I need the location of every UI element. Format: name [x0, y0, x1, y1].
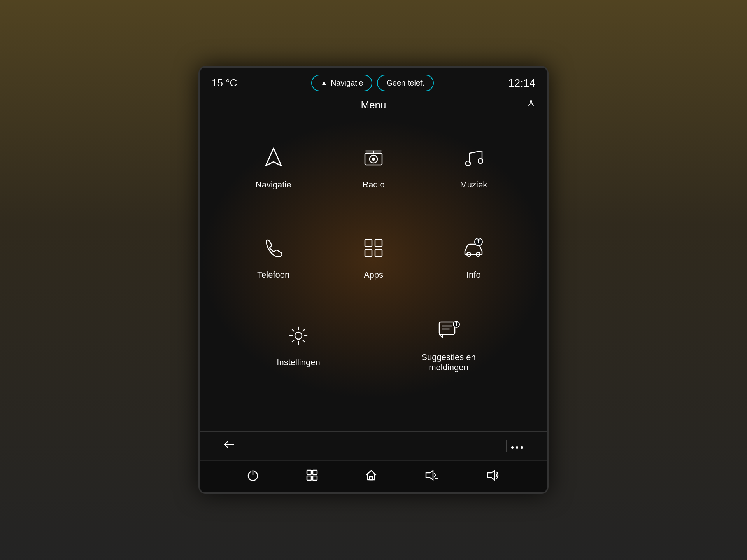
nav-button-label: Navigatie	[331, 79, 363, 88]
outer-container: 15 °C ▲ Navigatie Geen telef. 12:14 Menu	[0, 0, 747, 560]
apps-label: Apps	[364, 270, 383, 280]
info-label: Info	[466, 270, 481, 280]
svg-point-29	[511, 446, 514, 449]
svg-rect-36	[313, 476, 317, 480]
svg-point-10	[466, 161, 470, 166]
svg-marker-38	[426, 471, 433, 480]
menu-item-radio[interactable]: Radio	[323, 131, 423, 205]
svg-point-7	[372, 158, 375, 160]
menu-item-info[interactable]: Info	[424, 221, 524, 296]
info-icon	[462, 236, 485, 264]
divider-left	[239, 440, 239, 452]
menu-grid-row1: Navigatie Radio	[208, 123, 539, 213]
grid-button[interactable]	[302, 468, 323, 485]
svg-point-3	[530, 100, 532, 103]
main-content: Navigatie Radio	[200, 119, 547, 400]
volume-down-button[interactable]	[420, 468, 443, 485]
menu-title-row: Menu	[200, 96, 547, 119]
svg-marker-40	[487, 471, 494, 480]
instellingen-label: Instellingen	[277, 357, 320, 368]
more-button[interactable]	[507, 438, 528, 455]
menu-grid-row3: Instellingen	[208, 303, 539, 396]
suggesties-icon	[437, 319, 460, 346]
svg-rect-12	[365, 240, 372, 247]
muziek-icon	[462, 146, 485, 173]
nav-buttons-group: ▲ Navigatie Geen telef.	[311, 75, 434, 91]
antenna-icon	[527, 99, 535, 112]
svg-point-20	[478, 240, 479, 241]
svg-rect-15	[375, 250, 382, 257]
telefoon-label: Telefoon	[257, 270, 289, 280]
svg-point-31	[521, 446, 523, 449]
menu-item-apps[interactable]: Apps	[323, 221, 423, 296]
infotainment-screen: 15 °C ▲ Navigatie Geen telef. 12:14 Menu	[198, 66, 549, 494]
navigatie-icon	[262, 146, 285, 173]
navigation-button[interactable]: ▲ Navigatie	[311, 75, 372, 91]
hardware-buttons-row	[200, 460, 547, 492]
apps-icon	[362, 236, 385, 264]
bottom-controls-bar	[200, 431, 547, 460]
svg-rect-13	[375, 240, 382, 247]
phone-button[interactable]: Geen telef.	[377, 75, 434, 91]
menu-title: Menu	[361, 99, 386, 111]
svg-rect-35	[307, 476, 311, 480]
instellingen-icon	[287, 324, 310, 351]
phone-button-label: Geen telef.	[386, 79, 424, 88]
svg-point-30	[516, 446, 518, 449]
volume-up-button[interactable]	[481, 468, 505, 485]
menu-item-suggesties[interactable]: Suggesties en meldingen	[374, 303, 524, 388]
radio-icon	[362, 146, 385, 173]
svg-rect-33	[307, 470, 311, 474]
status-bar: 15 °C ▲ Navigatie Geen telef. 12:14	[200, 68, 547, 96]
back-button[interactable]	[219, 437, 239, 455]
menu-item-instellingen[interactable]: Instellingen	[223, 303, 374, 388]
menu-item-navigatie[interactable]: Navigatie	[223, 131, 323, 205]
menu-item-telefoon[interactable]: Telefoon	[223, 221, 323, 296]
temperature-display: 15 °C	[212, 77, 237, 89]
nav-arrow-icon: ▲	[321, 79, 328, 87]
power-button[interactable]	[242, 468, 263, 485]
svg-rect-37	[370, 477, 373, 480]
svg-point-11	[478, 159, 483, 163]
svg-rect-34	[313, 470, 317, 474]
home-button[interactable]	[361, 468, 382, 485]
menu-item-muziek[interactable]: Muziek	[424, 131, 524, 205]
svg-rect-14	[365, 250, 372, 257]
radio-label: Radio	[362, 180, 384, 190]
svg-marker-4	[266, 148, 281, 166]
muziek-label: Muziek	[460, 180, 487, 190]
navigatie-label: Navigatie	[256, 180, 291, 190]
svg-point-27	[456, 322, 457, 323]
menu-grid-row2: Telefoon Apps	[208, 213, 539, 303]
svg-rect-22	[439, 322, 455, 334]
suggesties-label: Suggesties en meldingen	[421, 352, 475, 373]
svg-point-21	[295, 332, 302, 339]
clock-display: 12:14	[508, 77, 535, 89]
bottom-navigation	[200, 431, 547, 492]
telefoon-icon	[262, 236, 285, 264]
